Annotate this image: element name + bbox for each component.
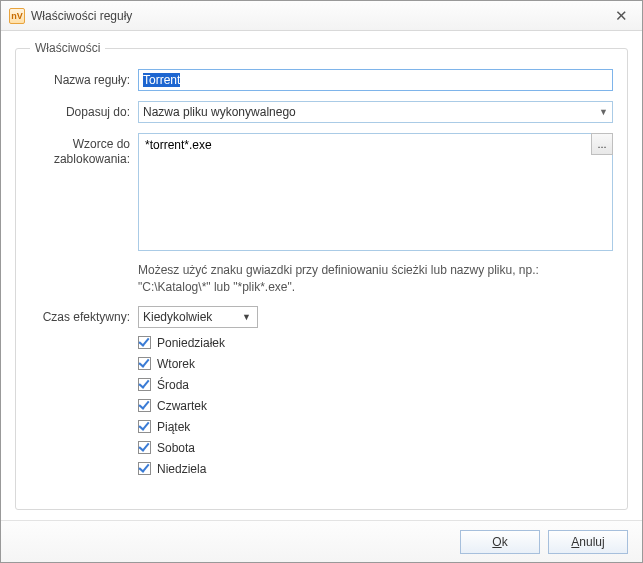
label-effective-time: Czas efektywny: bbox=[30, 306, 138, 325]
checkbox-icon bbox=[138, 399, 151, 412]
content-area: Właściwości Nazwa reguły: Dopasuj do: Na… bbox=[1, 31, 642, 510]
check-saturday[interactable]: Sobota bbox=[138, 441, 613, 455]
match-dropdown-value: Nazwa pliku wykonywalnego bbox=[143, 105, 595, 119]
checkbox-icon bbox=[138, 441, 151, 454]
row-effective-time: Czas efektywny: Kiedykolwiek ▼ Poniedzia… bbox=[30, 306, 613, 476]
check-tuesday[interactable]: Wtorek bbox=[138, 357, 613, 371]
effective-time-value: Kiedykolwiek bbox=[143, 310, 238, 324]
check-label: Wtorek bbox=[157, 357, 195, 371]
close-button[interactable]: ✕ bbox=[608, 6, 634, 26]
effective-time-dropdown[interactable]: Kiedykolwiek ▼ bbox=[138, 306, 258, 328]
checkbox-icon bbox=[138, 420, 151, 433]
rule-name-input[interactable] bbox=[138, 69, 613, 91]
check-label: Piątek bbox=[157, 420, 190, 434]
ok-button[interactable]: Ok bbox=[460, 530, 540, 554]
check-label: Środa bbox=[157, 378, 189, 392]
label-patterns: Wzorce do zablokowania: bbox=[30, 133, 138, 167]
properties-group: Właściwości Nazwa reguły: Dopasuj do: Na… bbox=[15, 41, 628, 510]
label-match: Dopasuj do: bbox=[30, 101, 138, 120]
check-friday[interactable]: Piątek bbox=[138, 420, 613, 434]
checkbox-icon bbox=[138, 357, 151, 370]
label-rule-name: Nazwa reguły: bbox=[30, 69, 138, 88]
browse-button[interactable]: ... bbox=[591, 133, 613, 155]
check-label: Niedziela bbox=[157, 462, 206, 476]
checkbox-icon bbox=[138, 462, 151, 475]
row-match: Dopasuj do: Nazwa pliku wykonywalnego ▼ bbox=[30, 101, 613, 123]
titlebar: nV Właściwości reguły ✕ bbox=[1, 1, 642, 31]
checkbox-icon bbox=[138, 378, 151, 391]
dialog-window: nV Właściwości reguły ✕ Właściwości Nazw… bbox=[0, 0, 643, 563]
checkbox-icon bbox=[138, 336, 151, 349]
chevron-down-icon: ▼ bbox=[599, 107, 608, 117]
check-thursday[interactable]: Czwartek bbox=[138, 399, 613, 413]
check-sunday[interactable]: Niedziela bbox=[138, 462, 613, 476]
app-icon: nV bbox=[9, 8, 25, 24]
check-label: Poniedziałek bbox=[157, 336, 225, 350]
patterns-hint: Możesz użyć znaku gwiazdki przy definiow… bbox=[138, 262, 613, 296]
patterns-textarea[interactable]: *torrent*.exe bbox=[138, 133, 613, 251]
day-checklist: Poniedziałek Wtorek Środa Czwartek Piąte… bbox=[138, 336, 613, 476]
ok-accel: O bbox=[492, 535, 501, 549]
cancel-button[interactable]: Anuluj bbox=[548, 530, 628, 554]
dialog-footer: Ok Anuluj bbox=[1, 520, 642, 562]
check-label: Czwartek bbox=[157, 399, 207, 413]
cancel-rest: nuluj bbox=[579, 535, 604, 549]
window-title: Właściwości reguły bbox=[31, 9, 608, 23]
check-monday[interactable]: Poniedziałek bbox=[138, 336, 613, 350]
match-dropdown[interactable]: Nazwa pliku wykonywalnego ▼ bbox=[138, 101, 613, 123]
ok-rest: k bbox=[502, 535, 508, 549]
chevron-down-icon: ▼ bbox=[242, 312, 251, 322]
row-rule-name: Nazwa reguły: bbox=[30, 69, 613, 91]
check-wednesday[interactable]: Środa bbox=[138, 378, 613, 392]
group-legend: Właściwości bbox=[30, 41, 105, 55]
row-patterns: Wzorce do zablokowania: *torrent*.exe ..… bbox=[30, 133, 613, 296]
check-label: Sobota bbox=[157, 441, 195, 455]
close-icon: ✕ bbox=[615, 7, 628, 25]
